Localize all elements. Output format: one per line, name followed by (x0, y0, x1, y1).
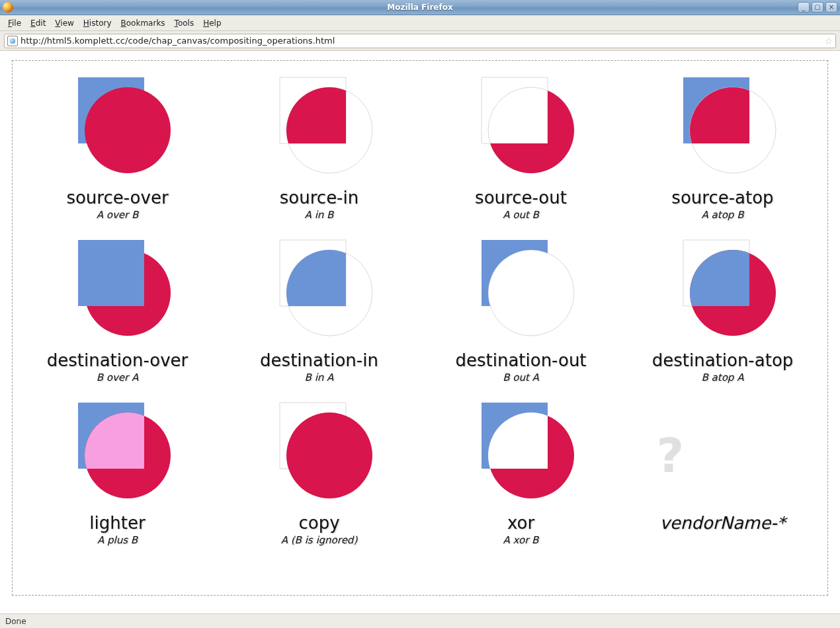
op-canvas-source-atop (657, 74, 789, 186)
op-title: destination-in (260, 350, 378, 370)
op-cell-destination-atop: destination-atopB atop A (623, 234, 822, 391)
favicon-icon (7, 36, 18, 46)
menu-view[interactable]: View (51, 17, 77, 29)
viewport: source-overA over Bsource-inA in Bsource… (0, 51, 840, 613)
op-cell-destination-over: destination-overB over A (18, 234, 217, 391)
url-field[interactable]: ☆ (4, 34, 836, 48)
page-border: source-overA over Bsource-inA in Bsource… (12, 60, 828, 596)
op-title: copy (298, 513, 339, 533)
op-canvas-copy (253, 399, 386, 512)
op-cell-source-out: source-outA out B (421, 71, 620, 229)
op-canvas-xor (455, 399, 587, 512)
op-canvas-lighter (52, 399, 184, 512)
close-button[interactable]: × (825, 2, 837, 13)
op-title: source-out (475, 188, 567, 208)
window-controls: _ ▢ × (798, 2, 837, 13)
op-cell-copy: copyA (B is ignored) (220, 397, 419, 554)
menu-tools[interactable]: Tools (171, 17, 198, 29)
op-title: source-over (66, 188, 168, 208)
op-desc: A in B (305, 209, 334, 221)
op-cell-vendor: ?vendorName-* (623, 397, 822, 554)
statusbar: Done (0, 613, 840, 628)
op-desc: A over B (97, 209, 139, 221)
op-canvas-vendor: ? (657, 399, 789, 512)
op-cell-xor: xorA xor B (421, 397, 620, 554)
menu-edit[interactable]: Edit (26, 17, 50, 29)
status-text: Done (5, 617, 26, 626)
op-title: lighter (89, 513, 145, 533)
maximize-button[interactable]: ▢ (812, 2, 823, 13)
op-cell-lighter: lighterA plus B (18, 397, 217, 554)
window-title: Mozilla Firefox (0, 3, 840, 12)
op-canvas-destination-atop (657, 237, 789, 349)
menu-bookmarks[interactable]: Bookmarks (117, 17, 169, 29)
compositing-grid: source-overA over Bsource-inA in Bsource… (18, 71, 822, 554)
op-desc: A plus B (97, 534, 138, 546)
op-title: source-atop (671, 188, 773, 208)
bookmark-star-icon[interactable]: ☆ (824, 36, 833, 46)
menu-help[interactable]: Help (199, 17, 225, 29)
window-titlebar: Mozilla Firefox _ ▢ × (0, 0, 840, 15)
toolbar: ☆ (0, 31, 840, 51)
op-cell-source-in: source-inA in B (220, 71, 419, 229)
op-canvas-source-in (253, 74, 386, 186)
menu-file[interactable]: File (4, 17, 25, 29)
svg-rect-1 (455, 74, 587, 186)
op-desc: B out A (503, 372, 539, 383)
question-mark-icon: ? (657, 399, 789, 512)
op-desc: A xor B (503, 534, 539, 546)
op-cell-source-atop: source-atopA atop B (623, 71, 822, 229)
op-desc: A (B is ignored) (281, 534, 358, 546)
op-title: xor (507, 513, 534, 533)
op-cell-destination-in: destination-inB in A (220, 234, 419, 391)
menu-history[interactable]: History (79, 17, 116, 29)
op-desc: A atop B (702, 209, 744, 221)
op-desc: B over A (97, 372, 139, 383)
op-desc: A out B (503, 209, 539, 221)
svg-rect-3 (455, 237, 587, 349)
op-title: vendorName-* (659, 513, 785, 533)
op-title: destination-atop (652, 350, 794, 370)
op-canvas-destination-out (455, 237, 587, 349)
svg-rect-7 (455, 399, 587, 512)
op-title: source-in (280, 188, 358, 208)
minimize-button[interactable]: _ (798, 2, 810, 13)
menubar: File Edit View History Bookmarks Tools H… (0, 15, 840, 31)
op-desc: B in A (305, 372, 334, 383)
op-cell-destination-out: destination-outB out A (421, 234, 620, 391)
op-canvas-destination-in (253, 237, 386, 349)
op-cell-source-over: source-overA over B (18, 71, 217, 229)
op-desc: B atop A (702, 372, 744, 383)
op-canvas-source-out (455, 74, 587, 186)
op-canvas-destination-over (52, 237, 184, 349)
op-title: destination-out (455, 350, 586, 370)
firefox-icon (3, 2, 13, 13)
op-title: destination-over (47, 350, 189, 370)
url-input[interactable] (21, 36, 821, 46)
op-canvas-source-over (52, 74, 184, 186)
